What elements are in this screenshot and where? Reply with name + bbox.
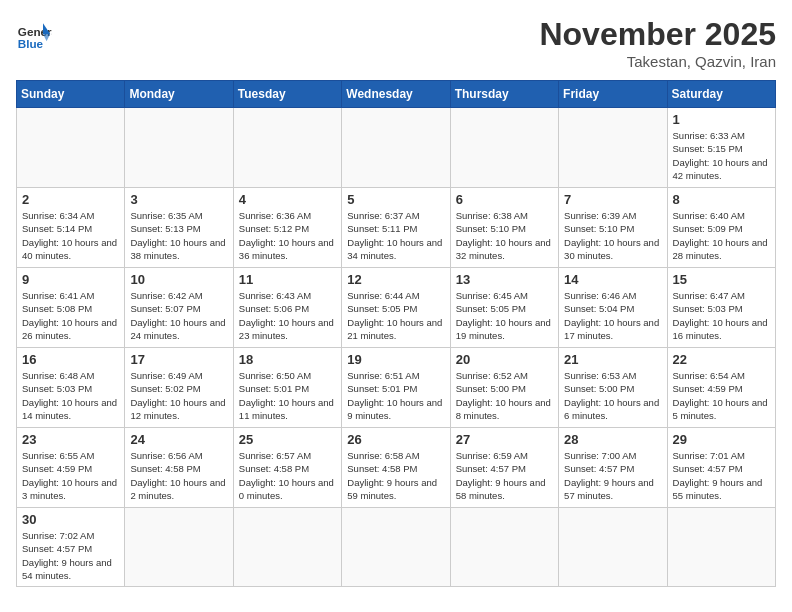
- day-info: Sunrise: 6:47 AM Sunset: 5:03 PM Dayligh…: [673, 289, 770, 342]
- calendar-cell: [342, 508, 450, 587]
- day-info: Sunrise: 6:42 AM Sunset: 5:07 PM Dayligh…: [130, 289, 227, 342]
- calendar-cell: 28Sunrise: 7:00 AM Sunset: 4:57 PM Dayli…: [559, 428, 667, 508]
- day-info: Sunrise: 6:40 AM Sunset: 5:09 PM Dayligh…: [673, 209, 770, 262]
- day-number: 2: [22, 192, 119, 207]
- calendar-cell: 23Sunrise: 6:55 AM Sunset: 4:59 PM Dayli…: [17, 428, 125, 508]
- calendar-cell: 21Sunrise: 6:53 AM Sunset: 5:00 PM Dayli…: [559, 348, 667, 428]
- day-number: 3: [130, 192, 227, 207]
- day-info: Sunrise: 6:35 AM Sunset: 5:13 PM Dayligh…: [130, 209, 227, 262]
- day-number: 7: [564, 192, 661, 207]
- day-info: Sunrise: 7:02 AM Sunset: 4:57 PM Dayligh…: [22, 529, 119, 582]
- day-info: Sunrise: 6:53 AM Sunset: 5:00 PM Dayligh…: [564, 369, 661, 422]
- day-number: 26: [347, 432, 444, 447]
- day-number: 27: [456, 432, 553, 447]
- calendar-cell: [125, 508, 233, 587]
- calendar-cell: 4Sunrise: 6:36 AM Sunset: 5:12 PM Daylig…: [233, 188, 341, 268]
- calendar-week-row: 9Sunrise: 6:41 AM Sunset: 5:08 PM Daylig…: [17, 268, 776, 348]
- calendar-cell: [125, 108, 233, 188]
- svg-text:Blue: Blue: [18, 37, 44, 50]
- day-info: Sunrise: 6:50 AM Sunset: 5:01 PM Dayligh…: [239, 369, 336, 422]
- calendar-cell: 7Sunrise: 6:39 AM Sunset: 5:10 PM Daylig…: [559, 188, 667, 268]
- calendar-cell: 10Sunrise: 6:42 AM Sunset: 5:07 PM Dayli…: [125, 268, 233, 348]
- calendar-week-row: 16Sunrise: 6:48 AM Sunset: 5:03 PM Dayli…: [17, 348, 776, 428]
- day-info: Sunrise: 6:46 AM Sunset: 5:04 PM Dayligh…: [564, 289, 661, 342]
- calendar-cell: 22Sunrise: 6:54 AM Sunset: 4:59 PM Dayli…: [667, 348, 775, 428]
- weekday-header-saturday: Saturday: [667, 81, 775, 108]
- logo: General Blue: [16, 16, 52, 52]
- weekday-header-thursday: Thursday: [450, 81, 558, 108]
- calendar-cell: 18Sunrise: 6:50 AM Sunset: 5:01 PM Dayli…: [233, 348, 341, 428]
- day-info: Sunrise: 6:55 AM Sunset: 4:59 PM Dayligh…: [22, 449, 119, 502]
- calendar-cell: 19Sunrise: 6:51 AM Sunset: 5:01 PM Dayli…: [342, 348, 450, 428]
- calendar-cell: 24Sunrise: 6:56 AM Sunset: 4:58 PM Dayli…: [125, 428, 233, 508]
- calendar-table: SundayMondayTuesdayWednesdayThursdayFrid…: [16, 80, 776, 587]
- day-info: Sunrise: 6:48 AM Sunset: 5:03 PM Dayligh…: [22, 369, 119, 422]
- day-info: Sunrise: 6:52 AM Sunset: 5:00 PM Dayligh…: [456, 369, 553, 422]
- day-info: Sunrise: 7:01 AM Sunset: 4:57 PM Dayligh…: [673, 449, 770, 502]
- day-number: 25: [239, 432, 336, 447]
- weekday-header-tuesday: Tuesday: [233, 81, 341, 108]
- day-info: Sunrise: 6:44 AM Sunset: 5:05 PM Dayligh…: [347, 289, 444, 342]
- day-info: Sunrise: 6:38 AM Sunset: 5:10 PM Dayligh…: [456, 209, 553, 262]
- calendar-cell: 11Sunrise: 6:43 AM Sunset: 5:06 PM Dayli…: [233, 268, 341, 348]
- day-info: Sunrise: 7:00 AM Sunset: 4:57 PM Dayligh…: [564, 449, 661, 502]
- calendar-cell: 25Sunrise: 6:57 AM Sunset: 4:58 PM Dayli…: [233, 428, 341, 508]
- calendar-cell: 14Sunrise: 6:46 AM Sunset: 5:04 PM Dayli…: [559, 268, 667, 348]
- day-info: Sunrise: 6:54 AM Sunset: 4:59 PM Dayligh…: [673, 369, 770, 422]
- calendar-cell: 3Sunrise: 6:35 AM Sunset: 5:13 PM Daylig…: [125, 188, 233, 268]
- calendar-cell: 12Sunrise: 6:44 AM Sunset: 5:05 PM Dayli…: [342, 268, 450, 348]
- day-info: Sunrise: 6:51 AM Sunset: 5:01 PM Dayligh…: [347, 369, 444, 422]
- calendar-cell: [450, 508, 558, 587]
- calendar-cell: 17Sunrise: 6:49 AM Sunset: 5:02 PM Dayli…: [125, 348, 233, 428]
- calendar-cell: 15Sunrise: 6:47 AM Sunset: 5:03 PM Dayli…: [667, 268, 775, 348]
- day-number: 17: [130, 352, 227, 367]
- day-number: 24: [130, 432, 227, 447]
- day-number: 22: [673, 352, 770, 367]
- day-number: 20: [456, 352, 553, 367]
- calendar-cell: 9Sunrise: 6:41 AM Sunset: 5:08 PM Daylig…: [17, 268, 125, 348]
- day-info: Sunrise: 6:34 AM Sunset: 5:14 PM Dayligh…: [22, 209, 119, 262]
- day-info: Sunrise: 6:37 AM Sunset: 5:11 PM Dayligh…: [347, 209, 444, 262]
- calendar-cell: 16Sunrise: 6:48 AM Sunset: 5:03 PM Dayli…: [17, 348, 125, 428]
- calendar-cell: 6Sunrise: 6:38 AM Sunset: 5:10 PM Daylig…: [450, 188, 558, 268]
- day-number: 30: [22, 512, 119, 527]
- weekday-header-row: SundayMondayTuesdayWednesdayThursdayFrid…: [17, 81, 776, 108]
- weekday-header-monday: Monday: [125, 81, 233, 108]
- day-number: 4: [239, 192, 336, 207]
- day-number: 18: [239, 352, 336, 367]
- calendar-cell: [559, 508, 667, 587]
- calendar-cell: 29Sunrise: 7:01 AM Sunset: 4:57 PM Dayli…: [667, 428, 775, 508]
- day-info: Sunrise: 6:59 AM Sunset: 4:57 PM Dayligh…: [456, 449, 553, 502]
- page-header: General Blue November 2025 Takestan, Qaz…: [16, 16, 776, 70]
- day-number: 6: [456, 192, 553, 207]
- calendar-cell: 13Sunrise: 6:45 AM Sunset: 5:05 PM Dayli…: [450, 268, 558, 348]
- calendar-cell: [17, 108, 125, 188]
- day-info: Sunrise: 6:43 AM Sunset: 5:06 PM Dayligh…: [239, 289, 336, 342]
- calendar-cell: 30Sunrise: 7:02 AM Sunset: 4:57 PM Dayli…: [17, 508, 125, 587]
- day-number: 29: [673, 432, 770, 447]
- calendar-cell: [342, 108, 450, 188]
- day-number: 9: [22, 272, 119, 287]
- weekday-header-friday: Friday: [559, 81, 667, 108]
- day-number: 21: [564, 352, 661, 367]
- day-info: Sunrise: 6:36 AM Sunset: 5:12 PM Dayligh…: [239, 209, 336, 262]
- calendar-week-row: 1Sunrise: 6:33 AM Sunset: 5:15 PM Daylig…: [17, 108, 776, 188]
- day-number: 23: [22, 432, 119, 447]
- calendar-cell: [233, 108, 341, 188]
- day-info: Sunrise: 6:58 AM Sunset: 4:58 PM Dayligh…: [347, 449, 444, 502]
- day-number: 15: [673, 272, 770, 287]
- weekday-header-wednesday: Wednesday: [342, 81, 450, 108]
- day-info: Sunrise: 6:49 AM Sunset: 5:02 PM Dayligh…: [130, 369, 227, 422]
- calendar-cell: 1Sunrise: 6:33 AM Sunset: 5:15 PM Daylig…: [667, 108, 775, 188]
- day-info: Sunrise: 6:41 AM Sunset: 5:08 PM Dayligh…: [22, 289, 119, 342]
- day-info: Sunrise: 6:57 AM Sunset: 4:58 PM Dayligh…: [239, 449, 336, 502]
- day-number: 16: [22, 352, 119, 367]
- calendar-cell: 20Sunrise: 6:52 AM Sunset: 5:00 PM Dayli…: [450, 348, 558, 428]
- calendar-cell: [450, 108, 558, 188]
- calendar-title: November 2025: [539, 16, 776, 53]
- day-info: Sunrise: 6:56 AM Sunset: 4:58 PM Dayligh…: [130, 449, 227, 502]
- logo-icon: General Blue: [16, 16, 52, 52]
- day-info: Sunrise: 6:33 AM Sunset: 5:15 PM Dayligh…: [673, 129, 770, 182]
- day-number: 28: [564, 432, 661, 447]
- day-number: 10: [130, 272, 227, 287]
